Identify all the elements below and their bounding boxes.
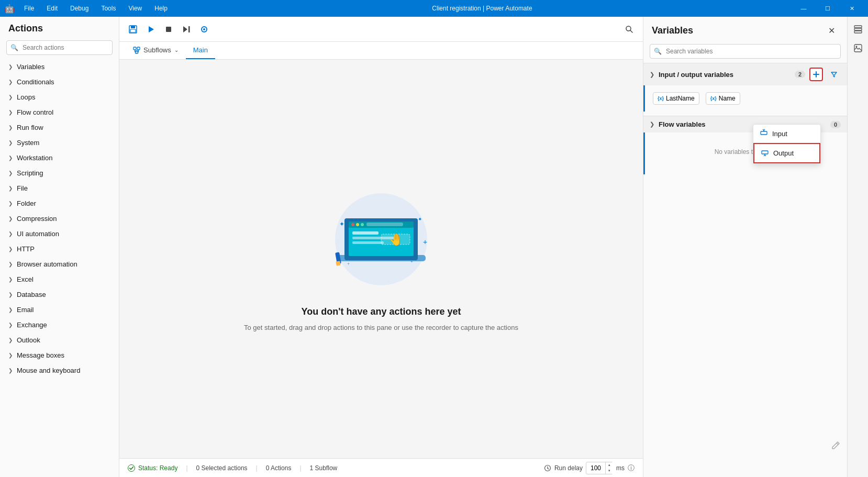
tab-main[interactable]: Main (186, 42, 215, 59)
action-item-exchange[interactable]: ❯ Exchange (0, 317, 119, 332)
run-button[interactable] (143, 22, 158, 37)
variables-close-button[interactable]: ✕ (824, 23, 839, 38)
chevron-right-icon: ❯ (8, 246, 13, 252)
status-check-icon (128, 464, 135, 472)
svg-rect-27 (366, 223, 403, 226)
add-output-option[interactable]: Output (753, 143, 820, 163)
action-label: Scripting (17, 169, 43, 177)
image-icon-button[interactable] (850, 40, 866, 57)
add-variable-button[interactable] (809, 68, 823, 81)
action-item-http[interactable]: ❯ HTTP (0, 241, 119, 257)
variables-search-box[interactable]: 🔍 (650, 44, 841, 59)
variable-lastname-tag[interactable]: {x} LastName (653, 92, 699, 105)
canvas-search-button[interactable] (622, 22, 637, 37)
app-body: Actions 🔍 ❯ Variables ❯ Conditionals ❯ L… (0, 17, 868, 477)
action-label: UI automation (17, 230, 59, 238)
minimize-button[interactable]: — (792, 0, 816, 17)
subflows-tab-label: Subflows (143, 46, 171, 54)
variable-name-tag[interactable]: {x} Name (706, 92, 740, 105)
run-delay-spinner[interactable]: ▴ ▾ (605, 462, 613, 474)
action-item-message-boxes[interactable]: ❯ Message boxes (0, 348, 119, 363)
run-delay-up-button[interactable]: ▴ (606, 462, 613, 468)
action-item-system[interactable]: ❯ System (0, 135, 119, 150)
menu-debug[interactable]: Debug (65, 3, 94, 14)
filter-variables-button[interactable] (827, 68, 841, 81)
chevron-right-icon: ❯ (8, 109, 13, 115)
chevron-right-icon: ❯ (8, 155, 13, 161)
input-output-chevron-icon: ❯ (650, 71, 654, 78)
run-delay-down-button[interactable]: ▾ (606, 468, 613, 474)
action-item-conditionals[interactable]: ❯ Conditionals (0, 74, 119, 90)
stop-button[interactable] (161, 22, 176, 37)
canvas-area: 🤚 ✦ ✦ ✦ + + You don't have any actions h… (119, 60, 643, 458)
menu-tools[interactable]: Tools (96, 3, 121, 14)
window-controls[interactable]: — ☐ ✕ (792, 0, 864, 17)
chevron-right-icon: ❯ (8, 307, 13, 313)
run-delay-section: Run delay 100 ▴ ▾ ms ⓘ (544, 462, 635, 474)
input-output-section-header[interactable]: ❯ Input / output variables 2 (643, 63, 847, 85)
actions-search-box[interactable]: 🔍 (6, 40, 113, 55)
action-item-workstation[interactable]: ❯ Workstation (0, 150, 119, 165)
action-item-run-flow[interactable]: ❯ Run flow (0, 120, 119, 135)
action-item-flow-control[interactable]: ❯ Flow control (0, 105, 119, 120)
close-button[interactable]: ✕ (840, 0, 864, 17)
action-item-file[interactable]: ❯ File (0, 181, 119, 196)
tab-subflows[interactable]: Subflows ⌄ (126, 42, 186, 59)
variable-tag-label: LastName (666, 95, 695, 102)
save-button[interactable] (126, 22, 140, 37)
svg-rect-6 (188, 26, 190, 32)
action-item-scripting[interactable]: ❯ Scripting (0, 165, 119, 181)
action-item-browser-automation[interactable]: ❯ Browser automation (0, 257, 119, 272)
action-item-email[interactable]: ❯ Email (0, 302, 119, 317)
maximize-button[interactable]: ☐ (816, 0, 840, 17)
empty-state: 🤚 ✦ ✦ ✦ + + You don't have any actions h… (244, 187, 518, 331)
search-variables-input[interactable] (650, 44, 841, 59)
run-delay-input-container[interactable]: 100 ▴ ▾ (586, 462, 613, 474)
subflow-count: 1 Subflow (310, 464, 338, 472)
menu-help[interactable]: Help (149, 3, 173, 14)
status-bar: Status: Ready | 0 Selected actions | 0 A… (119, 458, 643, 477)
action-label: Exchange (17, 321, 47, 329)
action-label: Outlook (17, 336, 40, 344)
action-item-folder[interactable]: ❯ Folder (0, 196, 119, 211)
empty-state-title: You don't have any actions here yet (301, 306, 461, 317)
run-delay-value-input[interactable]: 100 (586, 464, 605, 472)
titlebar: 🤖 File Edit Debug Tools View Help Client… (0, 0, 868, 17)
svg-line-50 (837, 443, 838, 445)
input-option-label: Input (772, 130, 787, 138)
action-label: Folder (17, 199, 36, 207)
chevron-right-icon: ❯ (8, 140, 13, 146)
action-item-compression[interactable]: ❯ Compression (0, 211, 119, 226)
run-delay-unit: ms (616, 464, 625, 472)
menu-bar[interactable]: File Edit Debug Tools View Help (19, 3, 173, 14)
status-separator-3: | (299, 464, 301, 472)
menu-edit[interactable]: Edit (41, 3, 63, 14)
chevron-right-icon: ❯ (8, 261, 13, 267)
action-item-ui-automation[interactable]: ❯ UI automation (0, 226, 119, 241)
search-actions-input[interactable] (6, 40, 113, 55)
action-label: Mouse and keyboard (17, 367, 80, 374)
svg-text:+: + (423, 238, 427, 246)
action-item-variables[interactable]: ❯ Variables (0, 59, 119, 74)
side-icons-bar (847, 17, 868, 477)
action-label: Message boxes (17, 351, 64, 359)
variables-panel-title: Variables (652, 25, 693, 36)
add-input-option[interactable]: Input (753, 125, 820, 143)
action-item-mouse-keyboard[interactable]: ❯ Mouse and keyboard (0, 363, 119, 378)
record-button[interactable] (197, 22, 212, 37)
action-item-database[interactable]: ❯ Database (0, 287, 119, 302)
action-item-loops[interactable]: ❯ Loops (0, 90, 119, 105)
chevron-down-icon: ⌄ (174, 47, 179, 53)
menu-file[interactable]: File (19, 3, 39, 14)
action-item-outlook[interactable]: ❯ Outlook (0, 332, 119, 348)
window-title: Client registration | Power Automate (173, 5, 792, 12)
menu-view[interactable]: View (123, 3, 147, 14)
layers-icon-button[interactable] (850, 21, 866, 38)
action-label: File (17, 184, 28, 192)
action-label: Database (17, 291, 46, 298)
chevron-right-icon: ❯ (8, 64, 13, 70)
output-option-label: Output (773, 149, 794, 157)
step-button[interactable] (179, 22, 194, 37)
add-variable-dropdown: Input Output (753, 124, 821, 164)
action-item-excel[interactable]: ❯ Excel (0, 272, 119, 287)
